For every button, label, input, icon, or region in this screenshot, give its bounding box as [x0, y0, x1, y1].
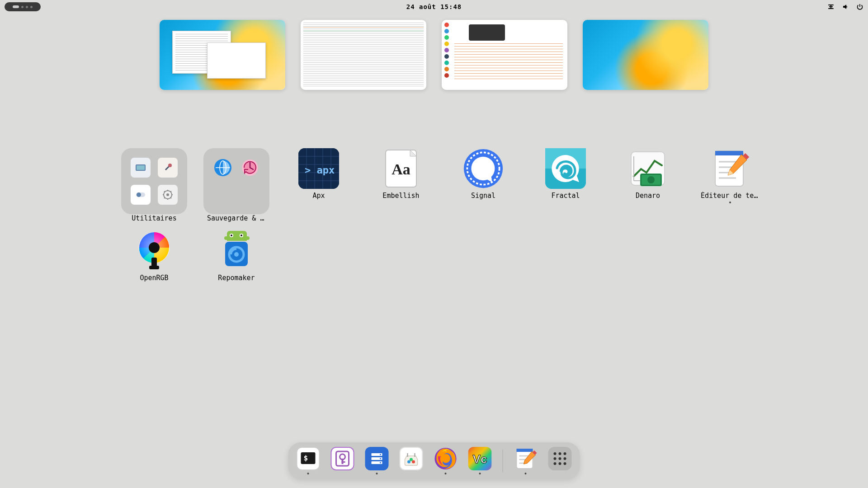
running-indicator	[525, 473, 527, 474]
app-text-editor[interactable]: Éditeur de tex…	[689, 145, 771, 227]
app-signal[interactable]: Signal	[442, 145, 524, 227]
dash-software[interactable]	[400, 447, 423, 474]
repomaker-icon	[216, 230, 257, 271]
dash-secrets[interactable]	[331, 447, 354, 474]
app-label: Sauvegarde & S…	[207, 214, 266, 222]
dash-vc[interactable]: Vc	[468, 447, 492, 474]
svg-point-78	[559, 457, 561, 460]
running-indicator	[729, 202, 731, 203]
svg-point-60	[380, 462, 381, 464]
svg-point-1	[833, 5, 834, 5]
app-label: Embellish	[382, 192, 419, 200]
openrgb-icon	[134, 230, 175, 271]
app-folder-sauvegarde[interactable]: Sauvegarde & S…	[195, 145, 278, 227]
svg-text:Vc: Vc	[473, 452, 487, 466]
svg-point-3	[833, 8, 834, 9]
dash-files[interactable]	[365, 447, 389, 474]
app-label: Éditeur de tex…	[701, 192, 760, 200]
svg-point-80	[554, 462, 557, 465]
app-grid: Utilitaires Sauvegarde & S… > apx Apx	[113, 145, 787, 309]
app-apx[interactable]: > apx Apx	[278, 145, 360, 227]
workspace-thumb-3[interactable]	[442, 20, 567, 90]
svg-text:> apx: > apx	[305, 164, 335, 176]
dash-text-editor[interactable]	[514, 447, 538, 474]
svg-point-77	[554, 457, 557, 460]
network-icon	[827, 3, 835, 10]
app-label: OpenRGB	[140, 274, 168, 282]
svg-point-2	[828, 8, 829, 9]
apps-grid-icon	[548, 447, 572, 470]
app-fractal[interactable]: Fractal	[524, 145, 607, 227]
svg-point-63	[410, 458, 413, 461]
workspaces-strip	[0, 20, 868, 90]
fractal-icon	[545, 148, 586, 189]
clock[interactable]: 24 août 15:48	[406, 3, 462, 10]
workspace-thumb-4[interactable]	[583, 20, 708, 90]
dash-show-apps[interactable]	[548, 447, 572, 474]
svg-point-0	[828, 5, 829, 5]
svg-point-28	[647, 176, 655, 183]
dash-separator	[503, 450, 503, 472]
svg-point-59	[380, 458, 381, 460]
svg-point-62	[412, 460, 415, 464]
app-openrgb[interactable]: OpenRGB	[113, 227, 195, 309]
svg-point-74	[554, 452, 557, 455]
panel-left	[5, 2, 41, 11]
activities-button[interactable]	[5, 2, 41, 11]
svg-point-61	[407, 460, 410, 464]
running-indicator	[445, 473, 447, 474]
svg-rect-69	[517, 449, 533, 452]
app-label: Apx	[312, 192, 325, 200]
text-editor-icon	[710, 148, 750, 189]
app-label: Fractal	[551, 192, 580, 200]
dash: $	[288, 442, 580, 479]
dash-firefox[interactable]	[434, 447, 458, 474]
running-indicator	[307, 473, 309, 474]
svg-point-82	[564, 462, 566, 465]
embellish-icon: Aa	[381, 148, 421, 189]
volume-icon	[842, 3, 849, 10]
svg-rect-30	[715, 151, 743, 186]
svg-point-75	[559, 452, 561, 455]
svg-point-10	[166, 193, 169, 196]
app-embellish[interactable]: Aa Embellish	[360, 145, 442, 227]
app-label: Denaro	[636, 192, 660, 200]
signal-icon	[463, 148, 504, 189]
app-label: Signal	[471, 192, 495, 200]
running-indicator	[376, 473, 378, 474]
svg-point-48	[234, 252, 239, 257]
svg-point-39	[149, 242, 160, 253]
power-icon	[856, 3, 863, 10]
svg-point-44	[231, 235, 232, 236]
apx-icon: > apx	[298, 148, 339, 189]
denaro-icon	[627, 148, 668, 189]
svg-rect-41	[149, 266, 159, 269]
svg-text:Aa: Aa	[392, 161, 410, 178]
svg-point-8	[137, 192, 141, 197]
workspace-thumb-2[interactable]	[301, 20, 426, 90]
app-repomaker[interactable]: Repomaker	[195, 227, 278, 309]
app-label: Repomaker	[218, 274, 255, 282]
svg-point-76	[564, 452, 566, 455]
system-status-area[interactable]	[827, 3, 863, 10]
running-indicator	[479, 473, 481, 474]
top-panel: 24 août 15:48	[0, 0, 868, 14]
svg-rect-31	[715, 151, 743, 155]
svg-point-58	[380, 454, 381, 455]
svg-text:$: $	[304, 454, 308, 462]
workspace-thumb-1[interactable]	[160, 20, 285, 90]
svg-point-6	[168, 164, 172, 167]
svg-rect-49	[301, 452, 316, 464]
svg-point-79	[564, 457, 566, 460]
svg-point-81	[559, 462, 561, 465]
svg-rect-54	[342, 461, 345, 463]
app-label: Utilitaires	[132, 214, 176, 222]
svg-rect-5	[137, 165, 145, 170]
app-folder-utilitaires[interactable]: Utilitaires	[113, 145, 195, 227]
app-denaro[interactable]: Denaro	[607, 145, 689, 227]
dash-terminal[interactable]: $	[297, 447, 320, 474]
svg-point-45	[241, 235, 242, 236]
